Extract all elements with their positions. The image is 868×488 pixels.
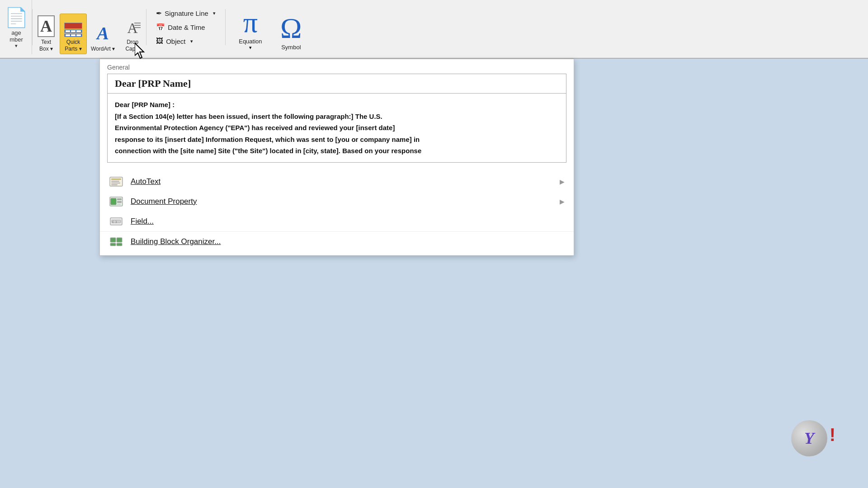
text-box-label: Text Box ▾ — [39, 39, 53, 52]
menu-item-document-property[interactable]: Document Property ▶ — [100, 192, 574, 211]
svg-rect-14 — [110, 238, 116, 242]
number-label: mber — [9, 36, 23, 43]
quick-parts-label: Quick Parts ▾ — [65, 39, 81, 52]
dropdown-menu-list: AutoText ▶ Document Property ▶ — [100, 168, 574, 255]
date-time-icon: 📅 — [156, 23, 165, 32]
text-box-icon: A — [38, 15, 55, 37]
svg-rect-4 — [111, 183, 120, 183]
drop-cap-icon: A — [123, 19, 142, 37]
symbol-button[interactable]: Ω Symbol — [275, 14, 307, 51]
svg-rect-8 — [117, 198, 122, 200]
assistant-circle: Y — [791, 420, 827, 456]
svg-text:{ }: { } — [112, 220, 117, 223]
field-icon: { } — [109, 216, 123, 227]
wordart-icon: A — [97, 23, 109, 44]
exclaim-icon: ! — [830, 425, 835, 445]
signature-line-button[interactable]: ✒ Signature Line ▾ — [152, 7, 220, 19]
quick-part-entry-title: Dear [PRP Name] — [108, 74, 566, 93]
drop-cap-label: Drop Cap ▾ — [125, 39, 139, 52]
quick-parts-button[interactable]: Quick Parts ▾ — [60, 14, 87, 54]
object-icon: 🖼 — [156, 37, 163, 45]
svg-rect-7 — [111, 198, 116, 205]
svg-rect-5 — [111, 184, 118, 185]
svg-rect-16 — [110, 243, 116, 246]
building-block-icon — [109, 236, 123, 247]
field-label: Field... — [131, 217, 154, 226]
equation-button[interactable]: π Equation ▾ — [235, 8, 266, 51]
object-button[interactable]: 🖼 Object ▾ — [152, 35, 220, 47]
wordart-label: WordArt ▾ — [91, 46, 115, 52]
autotext-submenu-arrow: ▶ — [560, 178, 565, 185]
ribbon-toolbar: 📄 age mber ▾ A Text Box ▾ Quick Parts ▾ … — [0, 0, 868, 59]
svg-rect-10 — [117, 204, 121, 205]
omega-icon: Ω — [280, 14, 302, 43]
quick-parts-icon — [64, 23, 82, 37]
assistant-letter: Y — [804, 429, 814, 448]
document-property-icon — [109, 196, 123, 207]
svg-rect-9 — [117, 201, 122, 203]
symbols-group: π Equation ▾ Ω Symbol — [226, 0, 316, 54]
menu-item-building-block-organizer[interactable]: Building Block Organizer... — [100, 231, 574, 252]
equation-icon: π — [243, 8, 258, 37]
ribbon-left-partial: 📄 age mber ▾ — [0, 0, 32, 54]
document-property-label: Document Property — [131, 197, 197, 206]
menu-item-autotext[interactable]: AutoText ▶ — [100, 172, 574, 192]
menu-item-field[interactable]: { } Field... — [100, 211, 574, 231]
building-block-organizer-label: Building Block Organizer... — [131, 237, 221, 246]
svg-rect-15 — [117, 238, 122, 242]
autotext-icon — [109, 176, 123, 187]
assistant-widget[interactable]: Y ! — [791, 420, 832, 461]
date-time-button[interactable]: 📅 Date & Time — [152, 21, 220, 33]
document-property-submenu-arrow: ▶ — [560, 198, 565, 205]
svg-rect-17 — [117, 243, 122, 246]
page-label: age — [11, 29, 21, 36]
autotext-label: AutoText — [131, 177, 160, 186]
quick-part-entry-preview: Dear [PRP Name] : [If a Section 104(e) l… — [108, 93, 566, 162]
quick-part-entry[interactable]: Dear [PRP Name] Dear [PRP Name] : [If a … — [107, 74, 566, 163]
insert-group: ✒ Signature Line ▾ 📅 Date & Time 🖼 Objec… — [146, 0, 225, 54]
svg-rect-3 — [111, 181, 119, 182]
text-box-button[interactable]: A Text Box ▾ — [33, 14, 60, 54]
wordart-button[interactable]: A WordArt ▾ — [87, 14, 119, 54]
dropdown-section-label: General — [100, 59, 574, 74]
drop-cap-button[interactable]: A Drop Cap ▾ — [119, 14, 146, 54]
page-icon: 📄 — [5, 6, 28, 28]
signature-line-icon: ✒ — [156, 9, 162, 18]
quick-parts-dropdown: General Dear [PRP Name] Dear [PRP Name] … — [99, 59, 574, 256]
svg-rect-2 — [111, 178, 121, 180]
